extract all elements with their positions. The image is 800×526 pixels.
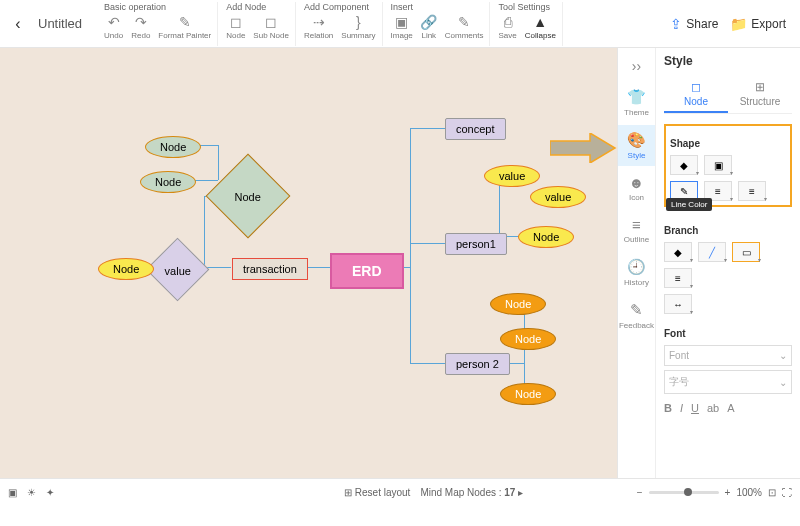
add-subnode-button[interactable]: ◻Sub Node: [253, 14, 289, 40]
line-color-tooltip: Line Color: [666, 198, 712, 211]
shape-section-title: Shape: [670, 138, 786, 149]
relation-icon: ⇢: [311, 14, 327, 30]
panel-collapse-button[interactable]: ››: [626, 52, 647, 80]
branch-arrow-option[interactable]: ↔▾: [664, 294, 692, 314]
branch-section-title: Branch: [664, 225, 792, 236]
ellipse-node-7[interactable]: Node: [500, 383, 556, 405]
tab-style[interactable]: 🎨Style: [618, 125, 655, 166]
undo-icon: ↶: [106, 14, 122, 30]
branch-fill-option[interactable]: ◆▾: [664, 242, 692, 262]
transaction-node[interactable]: transaction: [232, 258, 308, 280]
subnode-icon: ◻: [263, 14, 279, 30]
ellipse-value-2[interactable]: value: [530, 186, 586, 208]
collapse-icon: ▲: [532, 14, 548, 30]
annotation-arrow-icon: [550, 133, 617, 163]
ellipse-node-3[interactable]: Node: [98, 258, 154, 280]
node-tab-icon: ◻: [691, 80, 701, 94]
structure-tab-icon: ⊞: [755, 80, 765, 94]
share-button[interactable]: ⇪Share: [670, 16, 718, 32]
undo-button[interactable]: ↶Undo: [104, 14, 123, 40]
fit-button[interactable]: ⊡: [768, 487, 776, 498]
share-icon: ⇪: [670, 16, 682, 32]
zoom-out-button[interactable]: −: [637, 487, 643, 498]
redo-button[interactable]: ↷Redo: [131, 14, 150, 40]
theme-icon: 👕: [627, 88, 646, 106]
grp-addnode-title: Add Node: [226, 2, 289, 12]
collapse-button[interactable]: ▲Collapse: [525, 14, 556, 40]
history-icon: 🕘: [627, 258, 646, 276]
comments-button[interactable]: ✎Comments: [445, 14, 484, 40]
back-button[interactable]: ‹: [6, 15, 30, 33]
sun-button[interactable]: ☀: [27, 487, 36, 498]
line-weight-option[interactable]: ≡▾: [738, 181, 766, 201]
link-icon: 🔗: [421, 14, 437, 30]
relation-button[interactable]: ⇢Relation: [304, 14, 333, 40]
comments-icon: ✎: [456, 14, 472, 30]
diamond-node[interactable]: Node: [218, 166, 278, 226]
person1-node[interactable]: person1: [445, 233, 507, 255]
format-painter-icon: ✎: [177, 14, 193, 30]
shape-bg-option[interactable]: ▣▾: [704, 155, 732, 175]
export-icon: 📁: [730, 16, 747, 32]
tab-icon[interactable]: ☻Icon: [618, 168, 655, 208]
svg-marker-0: [550, 133, 615, 163]
save-icon: ⎙: [500, 14, 516, 30]
style-panel: Style ◻Node ⊞Structure Shape ◆▾ ▣▾ ✎▾ ≡▾…: [655, 48, 800, 478]
ellipse-value-1[interactable]: value: [484, 165, 540, 187]
bold-button[interactable]: B: [664, 402, 672, 414]
ellipse-node-5[interactable]: Node: [490, 293, 546, 315]
export-button[interactable]: 📁Export: [730, 16, 786, 32]
panel-tab-structure[interactable]: ⊞Structure: [728, 76, 792, 113]
branch-line-option[interactable]: ╱▾: [698, 242, 726, 262]
ellipse-node-4[interactable]: Node: [518, 226, 574, 248]
grp-tool-title: Tool Settings: [498, 2, 555, 12]
canvas[interactable]: ERD transaction concept person1 person 2…: [0, 48, 617, 478]
tab-theme[interactable]: 👕Theme: [618, 82, 655, 123]
redo-icon: ↷: [133, 14, 149, 30]
add-node-button[interactable]: ◻Node: [226, 14, 245, 40]
strike-button[interactable]: ab: [707, 402, 719, 414]
ellipse-node-2[interactable]: Node: [140, 171, 196, 193]
summary-button[interactable]: }Summary: [341, 14, 375, 40]
reset-layout-button[interactable]: ⊞ Reset layout: [344, 487, 410, 498]
node-icon: ◻: [228, 14, 244, 30]
underline-button[interactable]: U: [691, 402, 699, 414]
outline-icon: ≡: [632, 216, 641, 233]
tab-outline[interactable]: ≡Outline: [618, 210, 655, 250]
zoom-in-button[interactable]: +: [725, 487, 731, 498]
color-button[interactable]: A: [727, 402, 734, 414]
node-count-label: Mind Map Nodes : 17 ▸: [420, 487, 523, 498]
image-button[interactable]: ▣Image: [391, 14, 413, 40]
feedback-icon: ✎: [630, 301, 643, 319]
fullscreen-button[interactable]: ⛶: [782, 487, 792, 498]
icon-tab-icon: ☻: [629, 174, 645, 191]
present-button[interactable]: ▣: [8, 487, 17, 498]
concept-node[interactable]: concept: [445, 118, 506, 140]
link-button[interactable]: 🔗Link: [421, 14, 437, 40]
toolbar-groups: Basic operation ↶Undo ↷Redo ✎Format Pain…: [98, 0, 563, 47]
panel-title: Style: [664, 54, 792, 68]
shape-fill-option[interactable]: ◆▾: [670, 155, 698, 175]
doc-title[interactable]: Untitled: [38, 16, 82, 31]
font-select[interactable]: Font⌄: [664, 345, 792, 366]
person2-node[interactable]: person 2: [445, 353, 510, 375]
branch-weight-option[interactable]: ≡▾: [664, 268, 692, 288]
zoom-value: 100%: [736, 487, 762, 498]
save-button[interactable]: ⎙Save: [498, 14, 516, 40]
chevron-down-icon: ⌄: [779, 377, 787, 388]
italic-button[interactable]: I: [680, 402, 683, 414]
grp-component-title: Add Component: [304, 2, 376, 12]
branch-border-option[interactable]: ▭▾: [732, 242, 760, 262]
tab-feedback[interactable]: ✎Feedback: [618, 295, 655, 336]
panel-tab-node[interactable]: ◻Node: [664, 76, 728, 113]
font-size-select[interactable]: 字号⌄: [664, 370, 792, 394]
grp-basic-title: Basic operation: [104, 2, 211, 12]
tab-history[interactable]: 🕘History: [618, 252, 655, 293]
ellipse-node-6[interactable]: Node: [500, 328, 556, 350]
erd-root-node[interactable]: ERD: [330, 253, 404, 289]
zoom-slider[interactable]: [649, 491, 719, 494]
ellipse-node-1[interactable]: Node: [145, 136, 201, 158]
flash-button[interactable]: ✦: [46, 487, 54, 498]
diamond-value[interactable]: value: [155, 247, 200, 292]
format-painter-button[interactable]: ✎Format Painter: [158, 14, 211, 40]
